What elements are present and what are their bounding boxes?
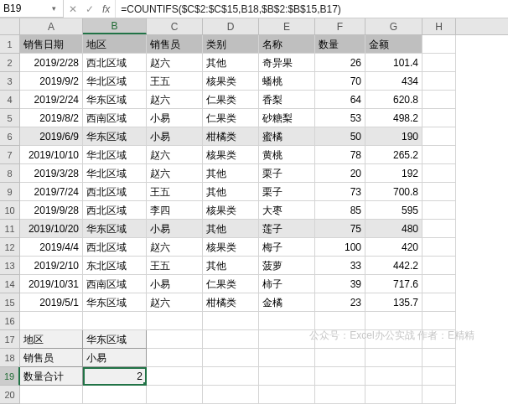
cell-empty[interactable] (147, 312, 203, 330)
cell-date[interactable]: 2019/9/2 (20, 72, 83, 91)
cell-empty[interactable] (315, 386, 365, 404)
cell-seller[interactable]: 小易 (147, 109, 203, 127)
cell[interactable] (422, 330, 456, 349)
cell-amount[interactable]: 700.8 (365, 183, 422, 201)
cell-name[interactable]: 莲子 (259, 220, 315, 238)
cell-date[interactable]: 2019/8/2 (20, 109, 83, 127)
cell-category[interactable]: 核果类 (203, 146, 259, 164)
row-header[interactable]: 18 (0, 349, 20, 367)
cell-category[interactable]: 其他 (203, 257, 259, 275)
cell-empty[interactable] (422, 109, 456, 127)
cell-category[interactable]: 其他 (203, 54, 259, 72)
cell-name[interactable]: 蟠桃 (259, 72, 315, 91)
cell-qty[interactable]: 73 (315, 183, 365, 201)
cell-empty[interactable] (203, 386, 259, 404)
cell-qty[interactable]: 78 (315, 146, 365, 164)
cell-qty[interactable]: 26 (315, 54, 365, 72)
cell-region[interactable]: 华东区域 (83, 220, 147, 238)
cell[interactable] (365, 367, 422, 386)
cell[interactable] (365, 330, 422, 349)
cell-seller[interactable]: 李四 (147, 201, 203, 220)
cell-name[interactable]: 香梨 (259, 91, 315, 109)
cell-category[interactable]: 柑橘类 (203, 127, 259, 146)
cell-date[interactable]: 2019/4/4 (20, 238, 83, 257)
cancel-icon[interactable]: ✕ (69, 3, 77, 15)
cell-empty[interactable] (422, 312, 456, 330)
cell-date[interactable]: 2019/6/9 (20, 127, 83, 146)
summary-label-seller[interactable]: 销售员 (20, 349, 83, 367)
row-header[interactable]: 15 (0, 293, 20, 312)
summary-value-region[interactable]: 华东区域 (83, 330, 147, 349)
cell-category[interactable]: 其他 (203, 183, 259, 201)
cell-name[interactable]: 黄桃 (259, 146, 315, 164)
cell-amount[interactable]: 434 (365, 72, 422, 91)
cell-empty[interactable] (147, 386, 203, 404)
cell-date[interactable]: 2019/2/28 (20, 54, 83, 72)
cell-amount[interactable]: 420 (365, 238, 422, 257)
cell-date[interactable]: 2019/7/24 (20, 183, 83, 201)
column-header-F[interactable]: F (315, 18, 365, 34)
cell-amount[interactable]: 498.2 (365, 109, 422, 127)
header-cell[interactable]: 销售员 (147, 35, 203, 54)
cell-qty[interactable]: 23 (315, 293, 365, 312)
cell-category[interactable]: 其他 (203, 164, 259, 183)
row-header[interactable]: 12 (0, 238, 20, 257)
cell-amount[interactable]: 480 (365, 220, 422, 238)
cell-amount[interactable]: 595 (365, 201, 422, 220)
cell-region[interactable]: 西北区域 (83, 201, 147, 220)
cell-region[interactable]: 华东区域 (83, 293, 147, 312)
cell-empty[interactable] (422, 201, 456, 220)
cell-empty[interactable] (422, 91, 456, 109)
row-header[interactable]: 4 (0, 91, 20, 109)
cell-empty[interactable] (259, 386, 315, 404)
cell[interactable] (203, 367, 259, 386)
cell-date[interactable]: 2019/10/10 (20, 146, 83, 164)
cell-empty[interactable] (365, 386, 422, 404)
confirm-icon[interactable]: ✓ (86, 3, 94, 15)
cell-date[interactable]: 2019/10/31 (20, 275, 83, 293)
header-cell[interactable]: 销售日期 (20, 35, 83, 54)
cell-amount[interactable]: 265.2 (365, 146, 422, 164)
summary-value-seller[interactable]: 小易 (83, 349, 147, 367)
cell-seller[interactable]: 赵六 (147, 54, 203, 72)
cell-date[interactable]: 2019/3/28 (20, 164, 83, 183)
cell-seller[interactable]: 王五 (147, 183, 203, 201)
cell-empty[interactable] (83, 386, 147, 404)
cell[interactable] (315, 367, 365, 386)
row-header[interactable]: 9 (0, 183, 20, 201)
cell-seller[interactable]: 王五 (147, 257, 203, 275)
cell-seller[interactable]: 赵六 (147, 164, 203, 183)
cell[interactable] (203, 330, 259, 349)
row-header[interactable]: 17 (0, 330, 20, 349)
cell-empty[interactable] (422, 257, 456, 275)
fx-icon[interactable]: fx (102, 3, 110, 15)
cell-seller[interactable]: 赵六 (147, 91, 203, 109)
cell-date[interactable]: 2019/2/10 (20, 257, 83, 275)
column-header-H[interactable]: H (422, 18, 456, 34)
header-cell[interactable]: 名称 (259, 35, 315, 54)
cell-empty[interactable] (83, 312, 147, 330)
row-header[interactable]: 16 (0, 312, 20, 330)
cell-seller[interactable]: 赵六 (147, 238, 203, 257)
selected-cell[interactable]: 2 (83, 367, 147, 386)
cell-category[interactable]: 柑橘类 (203, 293, 259, 312)
cell-qty[interactable]: 100 (315, 238, 365, 257)
column-header-E[interactable]: E (259, 18, 315, 34)
cell-qty[interactable]: 50 (315, 127, 365, 146)
cell-amount[interactable]: 190 (365, 127, 422, 146)
cell[interactable] (147, 330, 203, 349)
cell-name[interactable]: 柿子 (259, 275, 315, 293)
cell-empty[interactable] (315, 312, 365, 330)
row-header[interactable]: 10 (0, 201, 20, 220)
cell-date[interactable]: 2019/10/20 (20, 220, 83, 238)
column-header-A[interactable]: A (20, 18, 83, 34)
cell-date[interactable]: 2019/5/1 (20, 293, 83, 312)
cell[interactable] (203, 349, 259, 367)
cell[interactable] (315, 330, 365, 349)
row-header[interactable]: 14 (0, 275, 20, 293)
cell-category[interactable]: 仁果类 (203, 109, 259, 127)
cell-region[interactable]: 西北区域 (83, 54, 147, 72)
cell-category[interactable]: 核果类 (203, 72, 259, 91)
chevron-down-icon[interactable]: ▾ (48, 4, 60, 13)
cell-seller[interactable]: 赵六 (147, 146, 203, 164)
